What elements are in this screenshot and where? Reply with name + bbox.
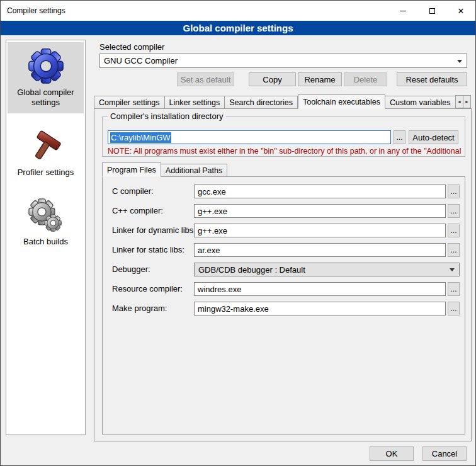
form-row: Resource compiler: ... — [103, 282, 465, 296]
toolchain-executables-panel: Compiler's installation directory C:\ray… — [94, 108, 472, 441]
selected-compiler-value: GNU GCC Compiler — [104, 56, 178, 65]
window-controls: ✕ — [388, 1, 475, 21]
sub-tab-strip: Program Files Additional Paths — [102, 162, 227, 177]
c-compiler-input[interactable] — [194, 185, 446, 198]
sidebar-item-profiler-settings[interactable]: Profiler settings — [8, 123, 84, 183]
auto-detect-button[interactable]: Auto-detect — [409, 130, 458, 144]
chevron-down-icon — [450, 268, 455, 271]
form-row: Make program: ... — [103, 302, 465, 315]
titlebar: Compiler settings ✕ — [1, 1, 475, 21]
ok-button[interactable]: OK — [370, 446, 414, 461]
tab-scroll-buttons: ◄ ► — [455, 95, 471, 108]
delete-button[interactable]: Delete — [344, 72, 387, 86]
tab-linker-settings[interactable]: Linker settings — [165, 96, 225, 109]
tab-scroll-right-button[interactable]: ► — [463, 95, 471, 108]
dynamic-linker-input[interactable] — [194, 224, 446, 237]
close-button[interactable]: ✕ — [446, 1, 475, 21]
install-dir-input[interactable]: C:\raylib\MinGW — [108, 130, 391, 144]
debugger-select[interactable]: GDB/CDB debugger : Default — [194, 263, 460, 276]
install-dir-browse-button[interactable]: ... — [394, 130, 405, 144]
field-label: Debugger: — [112, 264, 150, 274]
make-program-browse-button[interactable]: ... — [448, 302, 460, 315]
compiler-settings-window: Compiler settings ✕ Global compiler sett… — [0, 0, 476, 466]
selected-compiler-combobox[interactable]: GNU GCC Compiler — [99, 54, 467, 68]
tab-toolchain-executables[interactable]: Toolchain executables — [298, 94, 385, 109]
field-label: Make program: — [112, 304, 167, 313]
debugger-value: GDB/CDB debugger : Default — [198, 265, 305, 275]
arrow-left-icon: ◄ — [457, 99, 462, 104]
sidebar-item-global-compiler-settings[interactable]: Global compiler settings — [8, 42, 84, 113]
minimize-button[interactable] — [388, 1, 417, 21]
resource-compiler-browse-button[interactable]: ... — [448, 282, 460, 296]
dialog-header: Global compiler settings — [1, 21, 475, 35]
profiler-icon — [27, 127, 65, 165]
window-title: Compiler settings — [7, 6, 65, 15]
static-linker-browse-button[interactable]: ... — [448, 243, 460, 257]
tab-custom-variables[interactable]: Custom variables — [385, 96, 455, 109]
minimize-icon — [400, 11, 406, 11]
make-program-input[interactable] — [194, 302, 446, 315]
rename-button[interactable]: Rename — [298, 72, 342, 86]
field-label: Linker for static libs: — [112, 245, 184, 254]
installation-directory-title: Compiler's installation directory — [108, 111, 226, 121]
resource-compiler-input[interactable] — [194, 282, 446, 296]
cancel-button[interactable]: Cancel — [422, 446, 467, 461]
subtab-program-files[interactable]: Program Files — [102, 162, 161, 177]
c-compiler-browse-button[interactable]: ... — [448, 185, 460, 198]
note-text: NOTE: All programs must exist either in … — [108, 147, 462, 156]
copy-button[interactable]: Copy — [249, 72, 296, 86]
maximize-icon — [429, 8, 435, 14]
field-label: Linker for dynamic libs: — [112, 225, 196, 235]
sidebar: Global compiler settings Profiler settin… — [6, 40, 86, 435]
sidebar-item-batch-builds[interactable]: Batch builds — [8, 193, 84, 252]
sidebar-item-label: Profiler settings — [18, 168, 74, 178]
field-label: C++ compiler: — [112, 206, 163, 215]
install-dir-value: C:\raylib\MinGW — [110, 132, 171, 143]
dynamic-linker-browse-button[interactable]: ... — [448, 224, 460, 237]
dialog-header-title: Global compiler settings — [183, 23, 293, 33]
sidebar-item-label: Batch builds — [23, 237, 68, 247]
batch-builds-gears-icon — [27, 196, 65, 234]
form-row: Linker for static libs: ... — [103, 243, 465, 257]
subtab-additional-paths[interactable]: Additional Paths — [161, 164, 227, 177]
selected-compiler-label: Selected compiler — [99, 42, 164, 52]
chevron-down-icon — [457, 60, 462, 63]
maximize-button[interactable] — [417, 1, 446, 21]
static-linker-input[interactable] — [194, 243, 446, 257]
field-label: C compiler: — [112, 186, 154, 196]
reset-defaults-button[interactable]: Reset defaults — [397, 72, 467, 86]
tab-search-directories[interactable]: Search directories — [225, 96, 298, 109]
field-label: Resource compiler: — [112, 284, 183, 293]
tab-strip: Compiler settings Linker settings Search… — [94, 94, 455, 109]
gear-icon — [26, 46, 65, 85]
installation-directory-groupbox: Compiler's installation directory C:\ray… — [102, 116, 465, 157]
form-row: C compiler: ... — [103, 185, 465, 198]
sidebar-item-label: Global compiler settings — [9, 88, 82, 108]
form-row: C++ compiler: ... — [103, 204, 465, 218]
form-row: Linker for dynamic libs: ... — [103, 224, 465, 237]
form-row: Debugger: GDB/CDB debugger : Default — [103, 263, 465, 276]
set-as-default-button[interactable]: Set as default — [177, 72, 234, 86]
tab-compiler-settings[interactable]: Compiler settings — [94, 96, 165, 109]
cpp-compiler-input[interactable] — [194, 204, 446, 218]
close-icon: ✕ — [458, 6, 465, 16]
arrow-right-icon: ► — [465, 99, 469, 104]
cpp-compiler-browse-button[interactable]: ... — [448, 204, 460, 218]
program-files-panel: C compiler: ... C++ compiler: ... Linker… — [102, 176, 465, 435]
